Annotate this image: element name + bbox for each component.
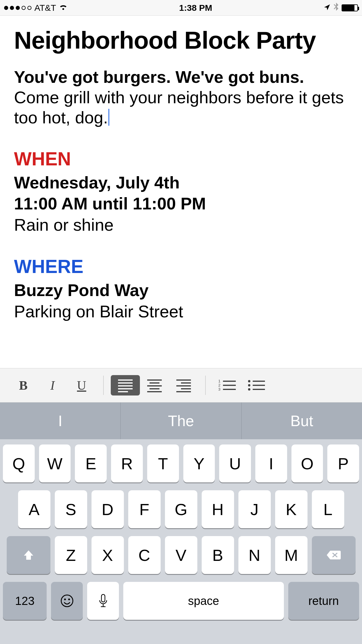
key-w[interactable]: W bbox=[39, 444, 71, 482]
align-center-button[interactable] bbox=[140, 375, 169, 396]
wifi-icon bbox=[59, 3, 68, 13]
battery-icon bbox=[342, 4, 358, 11]
key-u[interactable]: U bbox=[219, 444, 251, 482]
signal-dots-icon bbox=[4, 6, 31, 10]
when-date[interactable]: Wednesday, July 4th bbox=[14, 172, 348, 193]
key-r[interactable]: R bbox=[111, 444, 143, 482]
key-j[interactable]: J bbox=[238, 490, 271, 528]
document-title[interactable]: Neighborhood Block Party bbox=[14, 26, 348, 55]
toolbar-divider bbox=[205, 376, 206, 395]
keyboard-row-1: Q W E R T Y U I O P bbox=[3, 444, 359, 482]
keyboard-row-4: 123 space return bbox=[3, 582, 359, 620]
return-key[interactable]: return bbox=[288, 582, 359, 620]
bulleted-list-button[interactable] bbox=[242, 375, 271, 396]
bold-button[interactable]: B bbox=[9, 375, 38, 396]
when-time[interactable]: 11:00 AM until 11:00 PM bbox=[14, 193, 348, 214]
keyboard-row-2: A S D F G H J K L bbox=[3, 490, 359, 528]
underline-button[interactable]: U bbox=[67, 375, 96, 396]
svg-rect-32 bbox=[101, 594, 105, 602]
key-g[interactable]: G bbox=[165, 490, 197, 528]
key-f[interactable]: F bbox=[128, 490, 161, 528]
clock-label: 1:38 PM bbox=[179, 3, 212, 13]
key-o[interactable]: O bbox=[291, 444, 323, 482]
predictive-bar: I The But bbox=[0, 402, 362, 439]
numbered-list-button[interactable]: 123 bbox=[213, 375, 242, 396]
shift-key[interactable] bbox=[7, 536, 50, 574]
intro-text[interactable]: Come grill with your neighbors before it… bbox=[14, 88, 344, 127]
intro-bold-text[interactable]: You've got burgers. We've got buns. bbox=[14, 67, 348, 87]
when-note[interactable]: Rain or shine bbox=[14, 214, 348, 236]
keyboard-row-3: Z X C V B N M bbox=[3, 536, 359, 574]
align-left-button[interactable] bbox=[111, 375, 140, 396]
dictation-key[interactable] bbox=[87, 582, 119, 620]
where-line2[interactable]: Parking on Blair Street bbox=[14, 301, 348, 322]
location-icon bbox=[324, 3, 331, 13]
key-n[interactable]: N bbox=[238, 536, 271, 574]
svg-point-22 bbox=[248, 384, 250, 386]
key-z[interactable]: Z bbox=[55, 536, 87, 574]
text-cursor bbox=[108, 109, 109, 126]
key-k[interactable]: K bbox=[275, 490, 307, 528]
status-left: AT&T bbox=[4, 3, 68, 13]
backspace-key[interactable] bbox=[312, 536, 356, 574]
key-d[interactable]: D bbox=[92, 490, 124, 528]
svg-point-23 bbox=[248, 388, 250, 391]
svg-point-29 bbox=[61, 595, 73, 607]
svg-point-31 bbox=[68, 598, 70, 600]
key-v[interactable]: V bbox=[165, 536, 197, 574]
emoji-key[interactable] bbox=[51, 582, 83, 620]
key-y[interactable]: Y bbox=[183, 444, 215, 482]
align-right-button[interactable] bbox=[169, 375, 198, 396]
status-right bbox=[324, 3, 358, 13]
key-m[interactable]: M bbox=[275, 536, 307, 574]
svg-point-21 bbox=[248, 380, 250, 382]
space-key[interactable]: space bbox=[123, 582, 284, 620]
numbers-key[interactable]: 123 bbox=[3, 582, 47, 620]
predictive-suggestion-3[interactable]: But bbox=[242, 402, 362, 439]
carrier-label: AT&T bbox=[34, 3, 56, 13]
svg-text:2: 2 bbox=[218, 383, 220, 387]
italic-button[interactable]: I bbox=[38, 375, 67, 396]
where-heading[interactable]: WHERE bbox=[14, 256, 348, 277]
svg-text:3: 3 bbox=[218, 387, 220, 391]
predictive-suggestion-2[interactable]: The bbox=[121, 402, 241, 439]
key-l[interactable]: L bbox=[312, 490, 344, 528]
key-t[interactable]: T bbox=[147, 444, 179, 482]
svg-text:1: 1 bbox=[218, 379, 220, 383]
bluetooth-icon bbox=[333, 3, 339, 13]
key-s[interactable]: S bbox=[55, 490, 87, 528]
toolbar-divider bbox=[103, 376, 104, 395]
keyboard: Q W E R T Y U I O P A S D F G H J K L Z … bbox=[0, 439, 362, 644]
key-i[interactable]: I bbox=[255, 444, 287, 482]
key-p[interactable]: P bbox=[327, 444, 359, 482]
when-heading[interactable]: WHEN bbox=[14, 148, 348, 170]
key-a[interactable]: A bbox=[18, 490, 50, 528]
key-b[interactable]: B bbox=[202, 536, 234, 574]
document-editor[interactable]: Neighborhood Block Party You've got burg… bbox=[0, 16, 362, 328]
key-x[interactable]: X bbox=[92, 536, 124, 574]
status-bar: AT&T 1:38 PM bbox=[0, 0, 362, 16]
key-q[interactable]: Q bbox=[3, 444, 35, 482]
formatting-toolbar: B I U 123 bbox=[0, 368, 362, 402]
svg-point-30 bbox=[64, 598, 66, 600]
predictive-suggestion-1[interactable]: I bbox=[0, 402, 121, 439]
key-c[interactable]: C bbox=[128, 536, 161, 574]
key-e[interactable]: E bbox=[75, 444, 107, 482]
where-line1[interactable]: Buzzy Pond Way bbox=[14, 280, 348, 301]
key-h[interactable]: H bbox=[202, 490, 234, 528]
